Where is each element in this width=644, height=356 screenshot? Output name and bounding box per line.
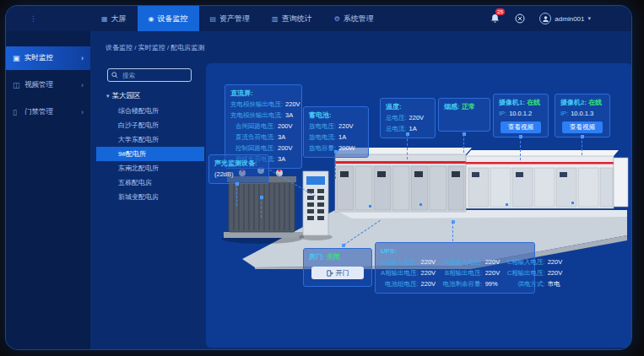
- username-label: admin001: [555, 15, 584, 23]
- top-navigation-bar: ⋮ ▦ 大屏 ◉ 设备监控 ▤ 资产管理 ▥ 查询统计 ⚙ 系统管理: [6, 6, 631, 31]
- open-door-button[interactable]: 开门: [311, 267, 364, 279]
- door-status: 关闭: [327, 253, 340, 261]
- card-title: 房门: 关闭: [309, 252, 366, 262]
- stats-icon: ▥: [272, 15, 279, 23]
- connector-line: [236, 184, 237, 206]
- nav-label: 系统管理: [344, 13, 374, 24]
- chevron-right-icon: ›: [81, 54, 84, 62]
- card-door: 房门: 关闭 开门: [303, 248, 372, 287]
- tree-root-node[interactable]: ▾某大园区: [96, 89, 204, 104]
- logo-area: ⋮: [6, 6, 90, 31]
- field-value: 200W: [338, 143, 357, 154]
- view-video-button[interactable]: 查看视频: [562, 121, 603, 133]
- sidebar-item-label: 视频管理: [24, 80, 81, 90]
- notification-bell-icon[interactable]: 25: [489, 13, 501, 24]
- view-video-button[interactable]: 查看视频: [501, 121, 542, 133]
- left-sidebar: ▣ 实时监控 › ◫ 视频管理 › ▯ 门禁管理 ›: [6, 31, 90, 349]
- tree-item[interactable]: 大学东配电所: [96, 132, 204, 147]
- tree-item[interactable]: 五栋配电房: [96, 175, 204, 190]
- ups-grid: A相输入电压:220V B相输入电压:220V C相输入电压:220V A相输出…: [381, 256, 529, 289]
- nav-item-dashboard[interactable]: ▦ 大屏: [90, 6, 138, 31]
- open-door-icon: [327, 270, 333, 277]
- app-window: ⋮ ▦ 大屏 ◉ 设备监控 ▤ 资产管理 ▥ 查询统计 ⚙ 系统管理: [6, 6, 631, 349]
- connector-line: [261, 197, 262, 218]
- chevron-right-icon: ›: [81, 81, 84, 89]
- connector-line: [335, 152, 336, 179]
- sidebar-item-label: 门禁管理: [24, 107, 81, 117]
- nav-item-system[interactable]: ⚙ 系统管理: [323, 6, 385, 31]
- card-title: 声光监测设备:: [214, 159, 263, 169]
- nav-label: 设备监控: [158, 13, 188, 24]
- field-label: 电池组电压:: [381, 278, 419, 289]
- field-value: 1A: [409, 123, 428, 134]
- ip-label: IP:: [560, 108, 568, 119]
- connector-line: [520, 137, 521, 160]
- tree-item[interactable]: 白沙子配电所: [96, 118, 204, 132]
- sidebar-item-access-mgmt[interactable]: ▯ 门禁管理 ›: [6, 100, 90, 124]
- card-title: 温度:: [386, 102, 430, 112]
- ip-label: IP:: [499, 108, 506, 119]
- field-label: 控制回路电压:: [230, 143, 275, 154]
- search-input[interactable]: [121, 71, 187, 80]
- field-value: 3A: [278, 154, 296, 165]
- field-label: 放电电流:: [309, 132, 336, 143]
- field-value: 220V: [338, 121, 357, 132]
- field-value: 220V: [285, 99, 304, 110]
- tree-item[interactable]: 东南北配电所: [96, 161, 204, 175]
- field-value: 220V: [548, 256, 566, 267]
- nav-item-assets[interactable]: ▤ 资产管理: [199, 6, 262, 31]
- tree-search[interactable]: [107, 68, 192, 82]
- sound-value: (22dB): [214, 169, 234, 180]
- field-label: 充电模块输出电流:: [230, 110, 283, 121]
- video-icon: ◫: [13, 81, 24, 89]
- nav-item-device-monitor[interactable]: ◉ 设备监控: [138, 6, 199, 31]
- card-smoke-sensor: 烟感: 正常: [438, 98, 490, 132]
- field-value: 220V: [409, 112, 428, 123]
- card-title: 摄像机2: 在线: [560, 98, 604, 108]
- card-camera-1: 摄像机1: 在线 IP:10.0.1.2 查看视频: [493, 94, 549, 138]
- camera1-status: 在线: [527, 99, 540, 106]
- realtime-monitor-icon: ▣: [13, 54, 24, 62]
- field-value: 220V: [485, 267, 504, 278]
- field-label: 总电压:: [386, 112, 407, 123]
- notification-badge: 25: [495, 8, 505, 15]
- gear-icon: ⚙: [334, 15, 340, 23]
- field-value: 200V: [278, 143, 296, 154]
- field-value: 220V: [421, 278, 440, 289]
- monitor-icon: ◉: [149, 15, 154, 23]
- main-nav: ▦ 大屏 ◉ 设备监控 ▤ 资产管理 ▥ 查询统计 ⚙ 系统管理: [90, 6, 385, 31]
- card-camera-2: 摄像机2: 在线 IP:10.0.1.3 查看视频: [555, 94, 610, 138]
- smoke-status: 正常: [462, 103, 475, 111]
- tree-item[interactable]: 综合楼配电所: [96, 104, 204, 118]
- field-label: B相输出电压:: [443, 267, 483, 278]
- field-label: C相输出电压:: [507, 267, 545, 278]
- field-value: 99%: [485, 278, 504, 289]
- nav-item-query-stats[interactable]: ▥ 查询统计: [261, 6, 323, 31]
- field-label: 放电容量:: [309, 143, 336, 154]
- sidebar-item-label: 实时监控: [24, 53, 81, 63]
- chevron-right-icon: ›: [81, 108, 84, 116]
- connector-line: [452, 222, 453, 241]
- field-value: 市电: [548, 278, 566, 289]
- tree-item[interactable]: 新城变配电房: [96, 190, 204, 204]
- sidebar-item-realtime-monitor[interactable]: ▣ 实时监控 ›: [6, 46, 90, 70]
- open-door-label: 开门: [336, 268, 349, 278]
- breadcrumb: 设备监控 / 实时监控 / 配电房监测: [106, 43, 204, 52]
- field-label: C相输入电压:: [507, 256, 545, 267]
- camera2-status: 在线: [588, 99, 602, 106]
- tree-item-selected[interactable]: 9#配电所: [96, 147, 204, 161]
- dashboard-icon: ▦: [101, 15, 108, 23]
- nav-label: 查询统计: [282, 13, 312, 24]
- connector-line: [582, 137, 582, 155]
- card-title: 蓄电池:: [309, 111, 363, 121]
- field-label: A相输入电压:: [381, 256, 419, 267]
- fullscreen-icon[interactable]: [514, 13, 526, 24]
- field-label: 供电方式:: [507, 278, 545, 289]
- station-tree: ▾某大园区 综合楼配电所 白沙子配电所 大学东配电所 9#配电所 东南北配电所 …: [96, 89, 204, 204]
- field-value: 220V: [485, 256, 504, 267]
- topbar-right-cluster: 25 admin001 ▾: [489, 6, 631, 31]
- card-title: 直流屏:: [230, 89, 296, 99]
- sidebar-item-video-mgmt[interactable]: ◫ 视频管理 ›: [6, 73, 90, 97]
- nav-label: 大屏: [111, 13, 127, 24]
- user-menu[interactable]: admin001 ▾: [539, 13, 591, 24]
